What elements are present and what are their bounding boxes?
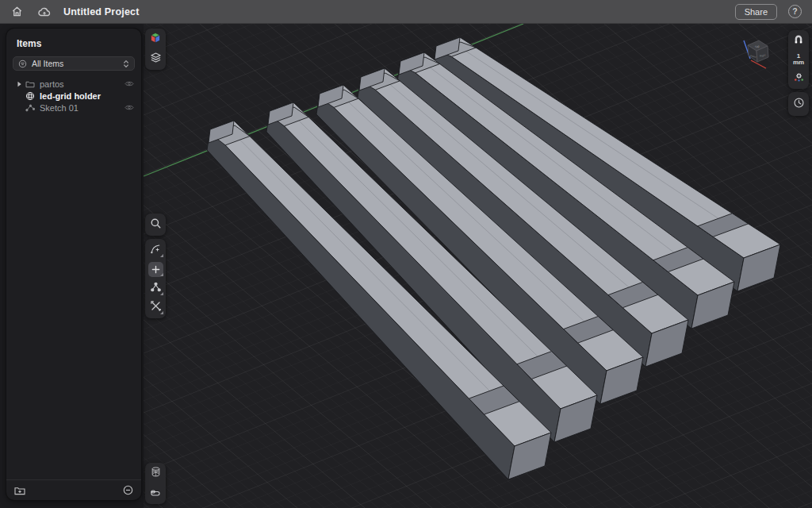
ground-plane-button[interactable] <box>145 483 166 502</box>
snapping-button[interactable] <box>788 32 809 51</box>
tools-toolbar <box>145 239 166 318</box>
view-toolbar <box>145 29 166 70</box>
items-tree: partos led-grid holder <box>6 78 141 114</box>
visibility-eye-icon[interactable] <box>124 80 134 87</box>
app-window: Untitled Project Share ? TopFrontRight I… <box>0 0 812 508</box>
gear-axes-icon <box>793 71 805 86</box>
layers-button[interactable] <box>145 49 166 68</box>
visibility-eye-icon[interactable] <box>124 104 134 111</box>
cloud-sync-icon[interactable] <box>33 0 56 24</box>
submenu-corner <box>160 254 163 257</box>
history-button[interactable] <box>788 94 809 114</box>
magnifier-icon <box>150 217 162 233</box>
remove-button[interactable] <box>123 485 133 495</box>
zoom-toolbar <box>145 214 166 236</box>
folder-icon <box>25 80 35 88</box>
layers-icon <box>150 52 162 67</box>
grid-size-unit: mm <box>793 60 804 66</box>
visual-style-button[interactable] <box>145 464 166 483</box>
history-toolbar <box>788 92 809 116</box>
items-filter-dropdown[interactable]: All Items <box>13 56 135 71</box>
chevron-right-icon[interactable] <box>13 81 25 87</box>
tree-item-label: partos <box>40 79 124 89</box>
chevron-up-down-icon <box>123 60 129 68</box>
tree-item-sketch[interactable]: Sketch 01 <box>6 102 141 114</box>
color-cube-icon <box>149 32 162 48</box>
tree-item-label: led-grid holder <box>40 91 134 101</box>
display-toolbar <box>145 463 166 504</box>
tree-item-folder[interactable]: partos <box>6 78 141 90</box>
add-body-tool-button[interactable] <box>145 260 166 279</box>
settings-button[interactable] <box>788 68 809 87</box>
flat-disc-icon <box>150 486 161 500</box>
utility-tool-button[interactable] <box>145 298 166 317</box>
mesh-cylinder-icon <box>151 467 161 481</box>
help-button[interactable]: ? <box>788 5 802 18</box>
sketch-tool-button[interactable] <box>145 241 166 260</box>
clock-icon <box>793 97 805 112</box>
submenu-corner <box>160 311 163 314</box>
magnet-icon <box>793 34 804 48</box>
snap-settings-toolbar: 1 mm <box>788 30 809 89</box>
items-panel: Items All Items <box>6 29 141 500</box>
submenu-corner <box>160 273 163 276</box>
top-bar: Untitled Project Share ? <box>0 0 812 24</box>
tree-item-label: Sketch 01 <box>40 103 124 113</box>
filter-selected-value: All Items <box>32 59 123 68</box>
share-button[interactable]: Share <box>735 4 777 20</box>
filter-icon <box>18 60 27 68</box>
search-zoom-button[interactable] <box>145 215 166 234</box>
items-panel-title: Items <box>6 29 141 56</box>
grid-size-button[interactable]: 1 mm <box>788 51 809 68</box>
add-folder-button[interactable] <box>14 486 25 495</box>
tree-item-body[interactable]: led-grid holder <box>6 90 141 102</box>
sketch-icon <box>25 104 35 112</box>
home-icon[interactable] <box>6 0 27 24</box>
solid-body-icon <box>25 91 35 101</box>
items-panel-footer <box>6 479 141 500</box>
submenu-corner <box>160 292 163 295</box>
orientation-cube-button[interactable] <box>145 30 166 49</box>
project-title: Untitled Project <box>63 6 140 17</box>
transform-tool-button[interactable] <box>145 279 166 298</box>
